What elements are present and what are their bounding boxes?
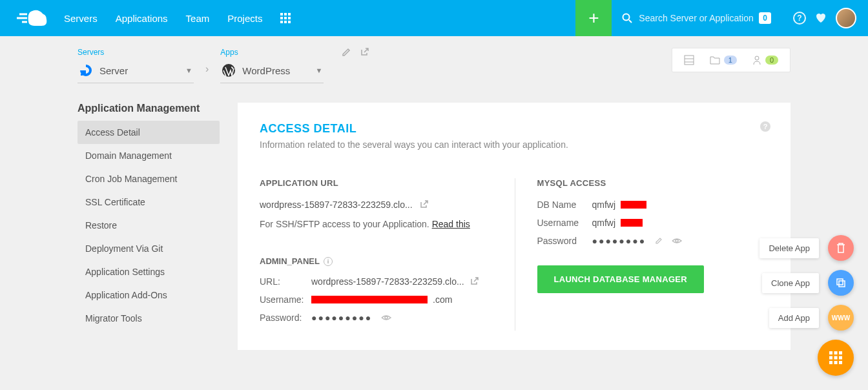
- launch-db-button[interactable]: LAUNCH DATABASE MANAGER: [537, 265, 704, 293]
- folder-count: 1: [724, 56, 737, 65]
- admin-url-row: URL: wordpress-15897-72833-223259.clo...: [260, 276, 491, 287]
- add-button[interactable]: +: [575, 0, 612, 36]
- svg-rect-36: [839, 361, 842, 364]
- fab-delete[interactable]: [828, 235, 854, 261]
- user-count: 0: [765, 56, 778, 65]
- svg-rect-3: [284, 13, 287, 15]
- help-icon[interactable]: ?: [793, 12, 806, 25]
- nav-team[interactable]: Team: [186, 13, 210, 24]
- server-selector[interactable]: Server ▼: [78, 61, 194, 83]
- breadcrumb-apps-label: Apps: [220, 48, 324, 57]
- user-icon: [752, 55, 761, 65]
- sidebar-item-restore[interactable]: Restore: [78, 214, 220, 237]
- svg-rect-10: [288, 21, 291, 23]
- fab-clone[interactable]: [828, 270, 854, 296]
- main-row: Application Management Access Detail Dom…: [0, 83, 868, 376]
- svg-rect-8: [280, 21, 283, 23]
- external-link-icon[interactable]: [470, 277, 479, 286]
- db-pass-label: Password: [537, 236, 592, 246]
- sidebar-title: Application Management: [78, 103, 220, 114]
- trash-icon: [836, 242, 846, 254]
- svg-rect-35: [834, 361, 838, 364]
- db-user-row: Username qmfwj: [537, 218, 769, 228]
- logo[interactable]: [16, 8, 48, 28]
- stat-list[interactable]: [684, 55, 694, 65]
- svg-rect-18: [685, 56, 694, 65]
- sidebar-item-domain-management[interactable]: Domain Management: [78, 144, 220, 167]
- fab-add[interactable]: WWW: [828, 305, 854, 331]
- fab-clone-row: Clone App: [762, 270, 854, 296]
- stat-box: 1 0: [672, 48, 790, 72]
- breadcrumb-apps: Apps WordPress ▼: [220, 48, 324, 83]
- sidebar-item-access-detail[interactable]: Access Detail: [78, 121, 220, 144]
- read-this-link[interactable]: Read this: [432, 219, 470, 229]
- svg-point-25: [676, 240, 678, 242]
- svg-rect-4: [288, 13, 291, 15]
- svg-point-24: [385, 316, 388, 319]
- sidebar-item-ssl[interactable]: SSL Certificate: [78, 190, 220, 214]
- app-name: WordPress: [242, 65, 290, 76]
- svg-rect-26: [837, 279, 843, 285]
- nav-links: Servers Applications Team Projects: [64, 13, 262, 24]
- redacted: [621, 219, 643, 227]
- folder-icon: [710, 56, 720, 65]
- fab-add-label: Add App: [769, 308, 819, 328]
- info-icon[interactable]: i: [324, 257, 333, 266]
- svg-rect-9: [284, 21, 287, 23]
- chevron-down-icon: ▼: [315, 67, 322, 74]
- svg-rect-27: [839, 281, 845, 287]
- fab-add-row: Add App WWW: [769, 305, 854, 331]
- sidebar-item-deployment[interactable]: Deployment Via Git: [78, 237, 220, 260]
- sidebar-item-cron-job[interactable]: Cron Job Management: [78, 167, 220, 190]
- edit-icon[interactable]: [655, 237, 663, 245]
- breadcrumb-arrow: ›: [205, 63, 209, 75]
- edit-icon[interactable]: [342, 48, 351, 57]
- topbar-icons: ?: [781, 8, 868, 28]
- eye-icon[interactable]: [672, 237, 682, 245]
- sidebar-item-addons[interactable]: Application Add-Ons: [78, 283, 220, 307]
- nav-projects[interactable]: Projects: [227, 13, 262, 24]
- content-columns: APPLICATION URL wordpress-15897-72833-22…: [260, 178, 769, 331]
- app-selector[interactable]: WordPress ▼: [220, 61, 324, 83]
- left-column: APPLICATION URL wordpress-15897-72833-22…: [260, 178, 491, 331]
- nav-servers[interactable]: Servers: [64, 13, 98, 24]
- sidebar-item-app-settings[interactable]: Application Settings: [78, 260, 220, 283]
- svg-rect-32: [834, 356, 838, 360]
- svg-rect-2: [280, 13, 283, 15]
- breadcrumb-row: Servers Server ▼ › Apps WordPress ▼ 1 0: [0, 36, 868, 83]
- server-name: Server: [99, 65, 128, 76]
- digitalocean-icon: [79, 63, 93, 77]
- svg-rect-6: [284, 17, 287, 19]
- db-name-label: DB Name: [537, 200, 592, 210]
- stat-user[interactable]: 0: [752, 55, 778, 65]
- stat-folder[interactable]: 1: [710, 56, 737, 65]
- external-link-icon[interactable]: [419, 200, 428, 209]
- heart-icon[interactable]: [815, 12, 827, 24]
- admin-password-row: Password: ●●●●●●●●●: [260, 313, 491, 323]
- topbar-right: + 0 ?: [575, 0, 868, 36]
- redacted: [621, 201, 646, 209]
- svg-point-21: [755, 56, 759, 60]
- svg-rect-5: [280, 17, 283, 19]
- svg-rect-16: [81, 74, 83, 76]
- sidebar-item-migrator[interactable]: Migrator Tools: [78, 307, 220, 330]
- eye-icon[interactable]: [381, 314, 391, 322]
- grid-icon: [829, 351, 842, 364]
- fab-main[interactable]: [818, 340, 854, 376]
- search-area: 0: [612, 0, 781, 36]
- breadcrumb-actions: [342, 48, 369, 62]
- apps-grid-icon[interactable]: [280, 13, 291, 23]
- content-panel: ? ACCESS DETAIL Information related to t…: [238, 103, 790, 350]
- svg-text:?: ?: [797, 14, 801, 23]
- fab-delete-row: Delete App: [760, 235, 854, 261]
- search-icon: [622, 13, 632, 23]
- copy-icon: [836, 278, 846, 288]
- search-input[interactable]: [639, 13, 755, 23]
- avatar[interactable]: [836, 8, 856, 28]
- breadcrumb-servers-label: Servers: [78, 48, 194, 57]
- external-link-icon[interactable]: [360, 48, 369, 57]
- db-user-label: Username: [537, 218, 592, 228]
- panel-help-icon[interactable]: ?: [760, 121, 771, 132]
- nav-applications[interactable]: Applications: [116, 13, 168, 24]
- svg-line-12: [629, 20, 632, 23]
